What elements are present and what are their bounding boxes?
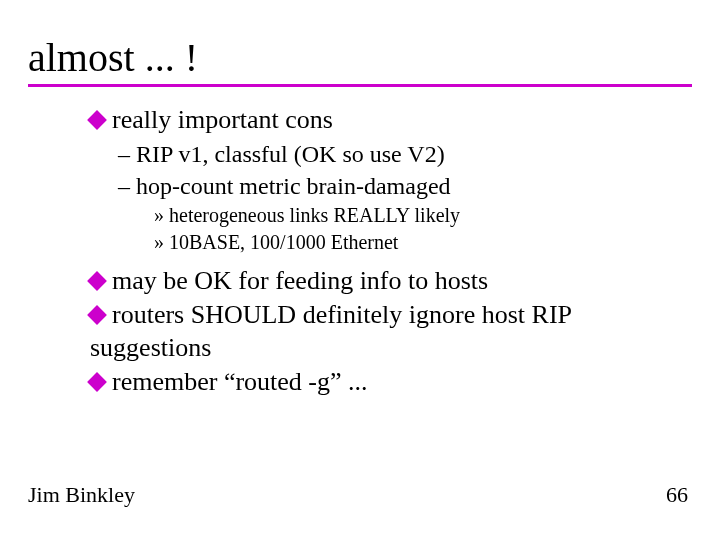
- bullet-1-sub2-2: » 10BASE, 100/1000 Ethernet: [154, 230, 690, 255]
- diamond-icon: [87, 305, 107, 325]
- diamond-icon: [87, 110, 107, 130]
- bullet-3-line: routers SHOULD definitely ignore host RI…: [90, 299, 690, 364]
- bullet-3-text: routers SHOULD definitely ignore host RI…: [90, 300, 571, 362]
- bullet-1-line: really important cons: [90, 104, 690, 137]
- bullet-2: may be OK for feeding info to hosts: [90, 265, 690, 298]
- bullet-2-line: may be OK for feeding info to hosts: [90, 265, 690, 298]
- diamond-icon: [87, 372, 107, 392]
- bullet-3: routers SHOULD definitely ignore host RI…: [90, 299, 690, 364]
- bullet-1-sub-2: – hop-count metric brain-damaged: [118, 171, 690, 201]
- bullet-1-sub2-1: » heterogeneous links REALLY likely: [154, 203, 690, 228]
- bullet-1-text: really important cons: [112, 105, 333, 134]
- bullet-4: remember “routed -g” ...: [90, 366, 690, 399]
- slide-title: almost ... !: [28, 38, 198, 78]
- footer-author: Jim Binkley: [28, 482, 135, 508]
- bullet-1: really important cons – RIP v1, classful…: [90, 104, 690, 255]
- title-underline: [28, 84, 692, 87]
- bullet-2-text: may be OK for feeding info to hosts: [112, 266, 488, 295]
- diamond-icon: [87, 271, 107, 291]
- slide-body: really important cons – RIP v1, classful…: [90, 102, 690, 401]
- page-number: 66: [666, 482, 688, 508]
- bullet-4-line: remember “routed -g” ...: [90, 366, 690, 399]
- bullet-1-sub-1: – RIP v1, classful (OK so use V2): [118, 139, 690, 169]
- bullet-4-text: remember “routed -g” ...: [112, 367, 368, 396]
